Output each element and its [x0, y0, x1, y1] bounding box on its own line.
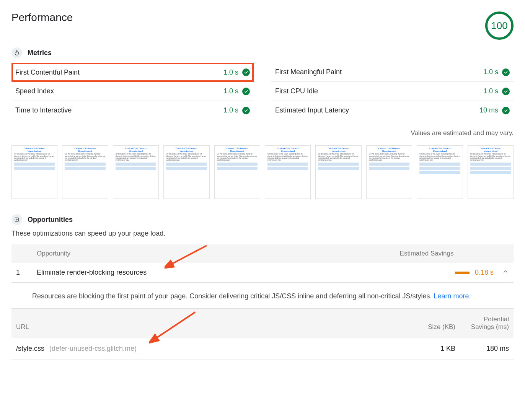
- metric-label: First CPU Idle: [275, 87, 318, 95]
- check-circle-icon: [242, 88, 250, 95]
- filmstrip-frame: Critical CSS Demo - Unoptimized On this …: [62, 145, 108, 199]
- check-circle-icon: [242, 107, 250, 114]
- stopwatch-icon: [11, 47, 22, 58]
- savings-value: 0.18 s: [475, 269, 494, 277]
- resource-path: /style.css: [16, 345, 44, 352]
- spark-icon: [11, 214, 22, 225]
- filmstrip-frame: Critical CSS Demo - Unoptimized On this …: [468, 145, 514, 199]
- opportunities-table-header: Opportunity Estimated Savings: [11, 244, 514, 263]
- resource-host: (defer-unused-css.glitch.me): [49, 345, 137, 352]
- filmstrip: Critical CSS Demo - Unoptimized On this …: [11, 145, 514, 199]
- metric-label: First Meaningful Paint: [275, 68, 342, 76]
- metric-value: 1.0 s: [223, 106, 238, 114]
- col-opportunity: Opportunity: [37, 250, 360, 257]
- filmstrip-frame: Critical CSS Demo - Unoptimized On this …: [315, 145, 361, 199]
- metric-label: Time to Interactive: [15, 106, 72, 114]
- learn-more-link[interactable]: Learn more: [434, 292, 469, 300]
- metric-value: 10 ms: [479, 106, 498, 114]
- check-circle-icon: [502, 107, 510, 114]
- metric-row[interactable]: First Meaningful Paint 1.0 s: [271, 63, 514, 82]
- filmstrip-frame: Critical CSS Demo - Unoptimized On this …: [163, 145, 209, 199]
- metric-row[interactable]: Speed Index 1.0 s: [11, 82, 254, 101]
- metric-value: 1.0 s: [223, 68, 238, 77]
- metrics-label: Metrics: [28, 49, 52, 57]
- metric-row[interactable]: Estimated Input Latency 10 ms: [271, 101, 514, 120]
- resource-size: 1 KB: [402, 345, 455, 353]
- filmstrip-frame: Critical CSS Demo - Unoptimized On this …: [113, 145, 159, 199]
- savings-bar: [455, 272, 470, 274]
- metric-row[interactable]: First Contentful Paint 1.0 s: [11, 63, 254, 82]
- opportunity-index: 1: [16, 269, 37, 277]
- col-size: Size (KB): [402, 323, 455, 331]
- opportunities-description: These optimizations can speed up your pa…: [11, 230, 514, 238]
- metric-row[interactable]: First CPU Idle 1.0 s: [271, 82, 514, 101]
- col-url: URL: [16, 323, 402, 331]
- metric-label: First Contentful Paint: [15, 68, 80, 77]
- metric-value: 1.0 s: [483, 68, 498, 76]
- chevron-up-icon[interactable]: [494, 268, 509, 277]
- opportunities-section-header: Opportunities: [11, 214, 514, 225]
- resource-row: /style.css (defer-unused-css.glitch.me) …: [11, 338, 514, 360]
- metric-label: Estimated Input Latency: [275, 106, 349, 114]
- opportunity-detail: Resources are blocking the first paint o…: [11, 283, 514, 309]
- opportunity-row[interactable]: 1 Eliminate render-blocking resources 0.…: [11, 263, 514, 283]
- filmstrip-frame: Critical CSS Demo - Unoptimized On this …: [265, 145, 311, 199]
- filmstrip-frame: Critical CSS Demo - Unoptimized On this …: [214, 145, 260, 199]
- check-circle-icon: [242, 68, 250, 76]
- opportunities-label: Opportunities: [28, 216, 73, 224]
- opportunity-name: Eliminate render-blocking resources: [37, 269, 360, 277]
- filmstrip-frame: Critical CSS Demo - Unoptimized On this …: [11, 145, 57, 199]
- metrics-footnote: Values are estimated and may vary.: [11, 129, 514, 137]
- col-estimated-savings: Estimated Savings: [360, 250, 494, 257]
- opportunity-detail-text: Resources are blocking the first paint o…: [32, 292, 434, 300]
- page-title: Performance: [11, 11, 73, 24]
- filmstrip-frame: Critical CSS Demo - Unoptimized On this …: [417, 145, 463, 199]
- performance-score: 100: [485, 11, 514, 40]
- metric-value: 1.0 s: [483, 87, 498, 95]
- resource-potential: 180 ms: [455, 345, 509, 353]
- metric-row[interactable]: Time to Interactive 1.0 s: [11, 101, 254, 120]
- metric-value: 1.0 s: [223, 87, 238, 95]
- metrics-grid: First Contentful Paint 1.0 s First Meani…: [11, 63, 514, 120]
- resources-table-header: URL Size (KB) PotentialSavings (ms): [11, 309, 514, 338]
- metrics-section-header: Metrics: [11, 47, 514, 58]
- check-circle-icon: [502, 88, 510, 95]
- filmstrip-frame: Critical CSS Demo - Unoptimized On this …: [366, 145, 412, 199]
- col-potential-savings: PotentialSavings (ms): [455, 316, 509, 331]
- svg-point-0: [15, 52, 18, 55]
- metric-label: Speed Index: [15, 87, 54, 95]
- check-circle-icon: [502, 68, 510, 76]
